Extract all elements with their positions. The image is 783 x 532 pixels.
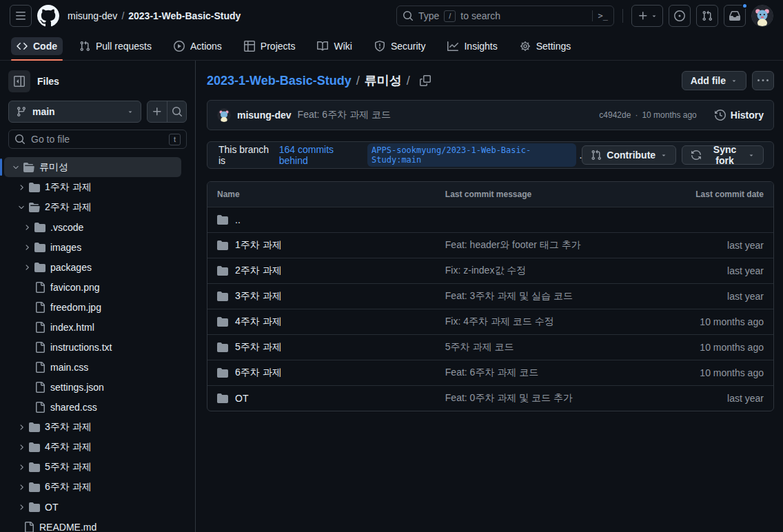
git-pull-request-icon [702, 10, 713, 21]
tab-projects[interactable]: Projects [233, 32, 307, 60]
tree-item-.vscode[interactable]: .vscode [4, 217, 181, 237]
tree-item-4주차 과제[interactable]: 4주차 과제 [4, 437, 181, 457]
row-commit-message-link[interactable]: 5주차 과제 코드 [445, 341, 694, 354]
create-new-button[interactable] [631, 5, 663, 27]
row-commit-message-link[interactable]: Fix: z-index값 수정 [445, 265, 694, 277]
row-commit-message-link[interactable]: Feat: 3주차 과제 및 실습 코드 [445, 290, 694, 303]
tree-item-settings.json[interactable]: settings.json [4, 377, 181, 397]
tab-label: Security [391, 41, 426, 52]
tab-actions[interactable]: Actions [163, 32, 233, 60]
breadcrumb-trailing-separator: / [407, 74, 410, 88]
pull-requests-button[interactable] [696, 5, 718, 27]
search-icon [172, 106, 183, 117]
commit-sha-link[interactable]: c4942de [599, 110, 631, 120]
tab-security[interactable]: Security [363, 32, 437, 60]
tree-item-images[interactable]: images [4, 237, 181, 257]
commit-author-name[interactable]: misung-dev [237, 110, 292, 121]
go-to-file-input[interactable]: Go to file t [8, 130, 187, 149]
add-file-label: Add file [691, 75, 726, 86]
commit-message-link[interactable]: Feat: 6주차 과제 코드 [298, 109, 391, 121]
breadcrumb-owner-link[interactable]: misung-dev [68, 10, 117, 21]
commits-behind-link[interactable]: 164 commits behind [279, 144, 362, 166]
folder-open-icon [23, 162, 34, 173]
row-name-link[interactable]: .. [235, 214, 241, 225]
tab-pull-requests[interactable]: Pull requests [68, 32, 163, 60]
folder-icon [217, 214, 228, 225]
row-name-link[interactable]: 3주차 과제 [235, 290, 282, 303]
tree-item-index.html[interactable]: index.html [4, 317, 181, 337]
user-avatar[interactable] [751, 5, 773, 27]
tree-item-류미성[interactable]: 류미성 [4, 157, 181, 177]
row-commit-message-link[interactable]: Feat: 0주차 과제 및 코드 추가 [445, 392, 694, 405]
contribute-button[interactable]: Contribute [582, 145, 676, 165]
row-name-link[interactable]: 6주차 과제 [235, 367, 282, 379]
sync-fork-button[interactable]: Sync fork [682, 145, 764, 165]
command-palette-icon[interactable]: >_ [598, 11, 608, 21]
tab-settings[interactable]: Settings [509, 32, 582, 60]
tree-item-2주차 과제[interactable]: 2주차 과제 [4, 197, 181, 217]
row-commit-date: last year [694, 265, 773, 276]
table-row-..[interactable]: .. [207, 207, 773, 232]
chevron-right-icon [19, 223, 34, 232]
commit-author-avatar[interactable] [217, 108, 231, 122]
tree-item-OT[interactable]: OT [4, 497, 181, 517]
tab-insights[interactable]: Insights [436, 32, 508, 60]
breadcrumb-repo-link[interactable]: 2023-1-Web-Basic-Study [207, 74, 352, 88]
tree-item-favicon.png[interactable]: favicon.png [4, 277, 181, 297]
gear-icon [520, 41, 531, 52]
copy-path-button[interactable] [416, 72, 434, 90]
history-button[interactable]: History [715, 110, 764, 121]
github-logo[interactable] [37, 5, 59, 27]
tree-item-label: favicon.png [50, 282, 100, 293]
column-header-date: Last commit date [694, 190, 773, 199]
breadcrumb-repo-link[interactable]: 2023-1-Web-Basic-Study [128, 10, 241, 21]
tree-item-instructions.txt[interactable]: instructions.txt [4, 337, 181, 357]
table-header-row: Name Last commit message Last commit dat… [207, 182, 773, 207]
tree-item-5주차 과제[interactable]: 5주차 과제 [4, 457, 181, 477]
tree-item-main.css[interactable]: main.css [4, 357, 181, 377]
collapse-file-tree-button[interactable] [8, 70, 30, 92]
row-commit-date: 10 months ago [694, 342, 773, 353]
global-search-input[interactable]: Type / to search >_ [396, 6, 614, 26]
row-commit-message-link[interactable]: Feat: header와 footer 태그 추가 [445, 239, 694, 252]
tab-wiki[interactable]: Wiki [306, 32, 363, 60]
tree-item-README.md[interactable]: README.md [4, 517, 181, 532]
upstream-ref-link[interactable]: APPS-sookmyung/2023-1-Web-Basic-Study:ma… [367, 143, 576, 167]
latest-commit-bar: misung-dev Feat: 6주차 과제 코드 c4942de · 10 … [207, 100, 774, 130]
new-file-button[interactable] [148, 101, 167, 122]
tree-item-3주차 과제[interactable]: 3주차 과제 [4, 417, 181, 437]
folder-icon [217, 291, 228, 302]
row-name-link[interactable]: 1주차 과제 [235, 239, 282, 252]
tab-code[interactable]: Code [6, 32, 68, 60]
avatar-image [752, 6, 773, 26]
row-name-link[interactable]: OT [235, 393, 248, 404]
row-name-link[interactable]: 4주차 과제 [235, 316, 282, 328]
table-row-6주차 과제[interactable]: 6주차 과제Feat: 6주차 과제 코드10 months ago [207, 360, 773, 385]
search-this-repo-button[interactable] [167, 101, 186, 122]
sidebar-collapse-icon [14, 76, 25, 87]
current-branch-name: main [32, 106, 55, 117]
row-name-link[interactable]: 2주차 과제 [235, 265, 282, 277]
global-nav-menu-button[interactable] [10, 5, 32, 27]
hamburger-icon [15, 10, 26, 21]
chevron-right-icon [14, 183, 29, 192]
tree-item-packages[interactable]: packages [4, 257, 181, 277]
table-row-1주차 과제[interactable]: 1주차 과제Feat: header와 footer 태그 추가last yea… [207, 232, 773, 258]
tree-item-freedom.jpg[interactable]: freedom.jpg [4, 297, 181, 317]
more-options-button[interactable] [752, 71, 774, 90]
tree-item-shared.css[interactable]: shared.css [4, 397, 181, 417]
table-row-2주차 과제[interactable]: 2주차 과제Fix: z-index값 수정last year [207, 258, 773, 283]
row-commit-message-link[interactable]: Fix: 4주차 과제 코드 수정 [445, 316, 694, 328]
issues-button[interactable] [669, 5, 691, 27]
tree-item-1주차 과제[interactable]: 1주차 과제 [4, 177, 181, 197]
branch-selector[interactable]: main [8, 101, 141, 123]
table-row-3주차 과제[interactable]: 3주차 과제Feat: 3주차 과제 및 실습 코드last year [207, 283, 773, 309]
table-row-OT[interactable]: OTFeat: 0주차 과제 및 코드 추가last year [207, 385, 773, 411]
row-name-link[interactable]: 5주차 과제 [235, 341, 282, 354]
tree-item-6주차 과제[interactable]: 6주차 과제 [4, 477, 181, 497]
add-file-button[interactable]: Add file [682, 71, 746, 90]
table-row-5주차 과제[interactable]: 5주차 과제5주차 과제 코드10 months ago [207, 334, 773, 360]
table-row-4주차 과제[interactable]: 4주차 과제Fix: 4주차 과제 코드 수정10 months ago [207, 309, 773, 334]
row-commit-message-link[interactable]: Feat: 6주차 과제 코드 [445, 367, 694, 379]
file-icon [34, 302, 45, 313]
